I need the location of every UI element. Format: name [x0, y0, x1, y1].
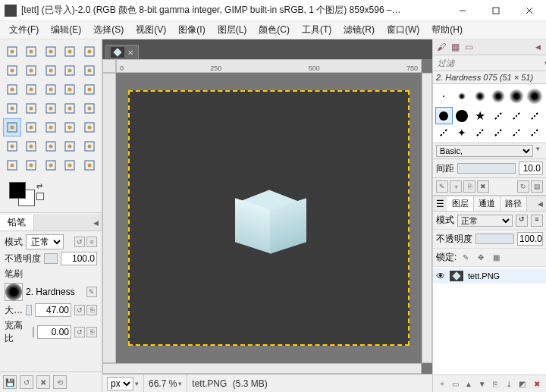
- layer-mode-select[interactable]: 正常: [457, 215, 513, 227]
- layers-list[interactable]: 👁 tett.PNG: [433, 267, 546, 375]
- brush-item[interactable]: [490, 108, 506, 124]
- tab-menu-arrow-icon[interactable]: ◀: [535, 200, 546, 208]
- delete-brush-icon[interactable]: ✖: [477, 180, 489, 193]
- tool-perspective[interactable]: [61, 80, 79, 99]
- tool-cage[interactable]: [3, 99, 21, 118]
- tool-ellipse-select[interactable]: [61, 42, 79, 61]
- patterns-tab-icon[interactable]: ▦: [450, 42, 460, 52]
- menu-item[interactable]: 视图(V): [130, 22, 172, 38]
- brush-preview-chip[interactable]: [5, 283, 23, 301]
- brush-item[interactable]: ★: [472, 108, 488, 124]
- brush-item[interactable]: [490, 87, 506, 105]
- document-tab[interactable]: ✕: [105, 45, 139, 59]
- blend-mode-select[interactable]: 正常: [26, 234, 64, 249]
- ruler-corner[interactable]: [102, 59, 116, 73]
- canvas-viewport[interactable]: [116, 73, 422, 363]
- spacing-slider[interactable]: [457, 163, 516, 174]
- zoom-value[interactable]: 66.7 %: [149, 378, 177, 389]
- size-link-icon[interactable]: ⎘: [86, 305, 97, 315]
- tab-layers[interactable]: 图层: [447, 196, 474, 211]
- tool-scissors[interactable]: [42, 61, 60, 80]
- brush-item[interactable]: [508, 108, 524, 124]
- open-as-image-icon[interactable]: ▤: [531, 180, 543, 193]
- brush-editor-icon[interactable]: ✎: [86, 287, 97, 297]
- lock-alpha-icon[interactable]: ▦: [490, 252, 502, 263]
- duplicate-brush-icon[interactable]: ⎘: [463, 180, 475, 193]
- brush-item[interactable]: [526, 87, 543, 105]
- brush-item[interactable]: [436, 126, 452, 140]
- duplicate-layer-icon[interactable]: ⎘: [490, 378, 502, 390]
- tool-free-select[interactable]: [80, 42, 99, 61]
- tool-smudge[interactable]: [61, 137, 79, 155]
- brush-item[interactable]: [490, 126, 506, 140]
- vertical-scrollbar[interactable]: [422, 73, 432, 363]
- new-group-icon[interactable]: ▭: [450, 378, 462, 390]
- brush-item[interactable]: [508, 87, 524, 105]
- tool-scale[interactable]: [22, 80, 40, 99]
- ratio-slider[interactable]: [33, 327, 34, 337]
- merge-down-icon[interactable]: ⤓: [503, 378, 515, 390]
- menu-item[interactable]: 文件(F): [3, 22, 45, 38]
- menu-item[interactable]: 窗口(W): [381, 22, 425, 38]
- tab-paths[interactable]: 路径: [500, 196, 527, 211]
- ratio-reset-icon[interactable]: ↺: [74, 327, 85, 337]
- brush-filter-input[interactable]: [436, 57, 544, 69]
- tool-airbrush[interactable]: [61, 118, 79, 136]
- tool-measure[interactable]: [22, 156, 40, 174]
- layer-down-icon[interactable]: ▼: [476, 378, 488, 390]
- brush-item[interactable]: [454, 108, 470, 124]
- layer-up-icon[interactable]: ▲: [463, 378, 475, 390]
- brush-item[interactable]: [472, 87, 488, 105]
- tool-pencil[interactable]: [3, 118, 21, 136]
- ratio-link-icon[interactable]: ⎘: [86, 327, 97, 337]
- delete-preset-icon[interactable]: ✖: [36, 375, 50, 389]
- brush-grid[interactable]: ★ ✦: [433, 84, 546, 143]
- tool-text[interactable]: [42, 99, 60, 118]
- tool-paintbrush[interactable]: [22, 118, 40, 136]
- tool-rotate[interactable]: [3, 80, 21, 99]
- tool-blur[interactable]: [42, 137, 60, 155]
- tool-paths[interactable]: [61, 156, 79, 174]
- layer-thumbnail[interactable]: [450, 271, 463, 281]
- ratio-value[interactable]: 0.00: [37, 325, 71, 339]
- tool-flip[interactable]: [80, 80, 99, 99]
- tool-color-picker[interactable]: [3, 156, 21, 174]
- layer-opacity-value[interactable]: 100.0: [517, 232, 543, 246]
- layer-visibility-icon[interactable]: 👁: [436, 271, 445, 281]
- tool-by-color-select[interactable]: [22, 61, 40, 80]
- restore-preset-icon[interactable]: ↺: [20, 375, 33, 389]
- menu-item[interactable]: 图层(L): [212, 22, 253, 38]
- tool-mypaint[interactable]: [80, 156, 99, 174]
- tool-move[interactable]: [3, 42, 21, 61]
- tool-crop[interactable]: [80, 61, 99, 80]
- delete-layer-icon[interactable]: ✖: [531, 378, 543, 390]
- menu-item[interactable]: 颜色(C): [253, 22, 296, 38]
- mode-opt-icon[interactable]: ≡: [86, 237, 97, 247]
- layer-name[interactable]: tett.PNG: [468, 271, 500, 281]
- tab-menu-arrow-icon[interactable]: ◀: [532, 42, 543, 52]
- spacing-value[interactable]: 10.0: [519, 162, 543, 175]
- brush-item[interactable]: [508, 126, 524, 140]
- size-slider[interactable]: [26, 305, 32, 315]
- tool-clone[interactable]: [3, 137, 21, 155]
- default-colors-icon[interactable]: [36, 193, 44, 200]
- layer-row[interactable]: 👁 tett.PNG: [433, 268, 546, 284]
- mask-icon[interactable]: ◩: [516, 378, 529, 390]
- brush-item[interactable]: ✦: [454, 126, 470, 140]
- menu-item[interactable]: 滤镜(R): [337, 22, 381, 38]
- color-swatches[interactable]: ⇄: [0, 177, 102, 211]
- brush-item[interactable]: [472, 126, 488, 140]
- brush-preset-select[interactable]: Basic,: [436, 145, 533, 157]
- tool-options-tab[interactable]: 铅笔: [0, 215, 34, 230]
- lock-pixels-icon[interactable]: ✎: [460, 252, 472, 263]
- menu-item[interactable]: 图像(I): [172, 22, 211, 38]
- layers-tab-icon[interactable]: ☰: [433, 197, 447, 211]
- minimize-button[interactable]: [446, 0, 479, 21]
- tool-bucket-fill[interactable]: [61, 99, 79, 118]
- size-value[interactable]: 47.00: [35, 303, 71, 317]
- mode-opt-icon[interactable]: ↺: [74, 237, 85, 247]
- brush-item[interactable]: [454, 87, 470, 105]
- refresh-brushes-icon[interactable]: ↻: [517, 180, 529, 193]
- opacity-slider[interactable]: [44, 253, 58, 264]
- swap-colors-icon[interactable]: ⇄: [36, 182, 42, 190]
